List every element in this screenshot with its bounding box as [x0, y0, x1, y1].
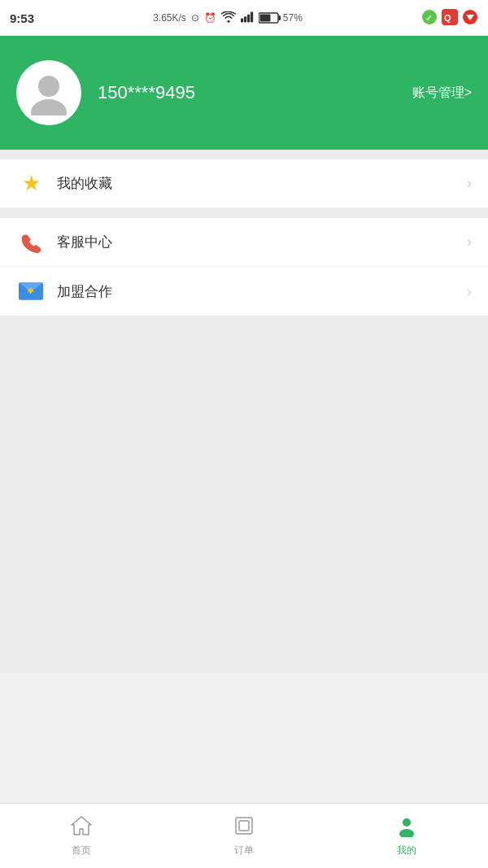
menu-item-favorites[interactable]: ★ 我的收藏 › — [0, 159, 488, 208]
battery-percent: 57% — [283, 12, 303, 24]
star-icon: ★ — [22, 171, 41, 196]
svg-point-13 — [38, 76, 59, 97]
profile-header: 150****9495 账号管理> — [0, 36, 488, 150]
svg-rect-18 — [236, 818, 252, 834]
svg-rect-0 — [241, 18, 243, 22]
phone-number: 150****9495 — [98, 82, 195, 103]
app-icon-1: ✓ — [421, 9, 438, 28]
partner-icon-wrap — [16, 277, 46, 306]
wifi-icon — [221, 11, 236, 25]
svg-text:✓: ✓ — [425, 14, 432, 23]
record-icon: ⊙ — [191, 12, 199, 24]
bottom-nav: 首页 订单 我的 — [0, 803, 488, 868]
app-icon-3 — [462, 9, 478, 28]
section-divider-2 — [0, 208, 488, 218]
phone-icon — [20, 232, 41, 253]
partner-icon — [19, 282, 43, 300]
menu-item-partnership[interactable]: 加盟合作 › — [0, 267, 488, 316]
favorites-label: 我的收藏 — [57, 174, 467, 193]
svg-rect-19 — [239, 821, 249, 831]
app-icon-2: Q — [442, 9, 458, 28]
svg-point-14 — [31, 99, 67, 116]
svg-rect-6 — [278, 15, 281, 20]
svg-text:Q: Q — [444, 13, 451, 23]
nav-item-home[interactable]: 首页 — [0, 814, 163, 857]
favorites-chevron-icon: › — [467, 175, 472, 192]
favorites-icon-wrap: ★ — [16, 169, 46, 198]
signal-icon — [241, 11, 254, 25]
home-icon — [70, 814, 93, 840]
svg-point-20 — [403, 818, 411, 827]
home-label: 首页 — [72, 844, 91, 857]
svg-rect-1 — [244, 16, 246, 22]
nav-item-mine[interactable]: 我的 — [325, 814, 488, 857]
status-center: 3.65K/s ⊙ ⏰ — [153, 11, 303, 25]
profile-info: 150****9495 — [16, 60, 195, 125]
avatar — [16, 60, 81, 125]
status-app-icons: ✓ Q — [421, 9, 478, 28]
mine-icon — [395, 814, 418, 840]
orders-label: 订单 — [234, 844, 254, 857]
orders-icon — [233, 814, 255, 840]
svg-rect-2 — [247, 14, 250, 22]
svg-rect-3 — [251, 11, 253, 22]
alarm-icon: ⏰ — [204, 12, 216, 24]
menu-section: ★ 我的收藏 › 客服中心 › 加盟合作 › — [0, 159, 488, 316]
customer-service-chevron-icon: › — [467, 233, 472, 251]
phone-icon-wrap — [16, 228, 46, 257]
svg-point-21 — [399, 829, 414, 837]
section-divider-1 — [0, 150, 488, 159]
mine-label: 我的 — [397, 844, 416, 857]
battery-indicator: 57% — [259, 12, 303, 24]
partnership-label: 加盟合作 — [57, 282, 467, 301]
svg-rect-5 — [259, 15, 270, 22]
nav-item-orders[interactable]: 订单 — [163, 814, 325, 857]
partnership-chevron-icon: › — [467, 283, 472, 300]
status-bar: 9:53 3.65K/s ⊙ ⏰ — [0, 0, 488, 36]
empty-content-area — [0, 316, 488, 674]
customer-service-label: 客服中心 — [57, 233, 467, 251]
network-speed: 3.65K/s — [153, 12, 186, 24]
status-time: 9:53 — [10, 11, 34, 25]
menu-item-customer-service[interactable]: 客服中心 › — [0, 218, 488, 267]
account-manage-button[interactable]: 账号管理> — [412, 85, 472, 102]
